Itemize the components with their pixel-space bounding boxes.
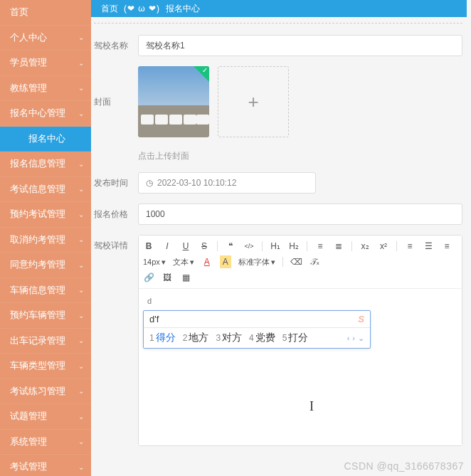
editor-body[interactable]: d d'f S 1得分2地方3对方4党费5打分 ‹ › ⌄ — [139, 289, 462, 445]
code-button[interactable]: </> — [243, 240, 255, 253]
cover-thumbnail[interactable] — [138, 66, 209, 137]
chevron-down-icon: ▾ — [162, 258, 166, 267]
sidebar-item-12[interactable]: 预约车辆管理⌄ — [0, 303, 91, 329]
sidebar-item-18[interactable]: 考试管理⌄ — [0, 455, 91, 476]
align-left-button[interactable]: ≡ — [404, 240, 416, 253]
chevron-down-icon: ⌄ — [78, 362, 84, 370]
sidebar: 首页个人中心⌄学员管理⌄教练管理⌄报名中心管理⌄报名中心报名信息管理⌄考试信息管… — [0, 0, 91, 476]
underline-button[interactable]: U — [180, 240, 191, 253]
ime-candidate[interactable]: 1得分 — [149, 332, 176, 344]
row-cover: 封面 + 点击上传封面 — [94, 66, 462, 162]
chevron-down-icon: ⌄ — [78, 438, 84, 445]
subscript-button[interactable]: x₂ — [359, 240, 371, 253]
bold-button[interactable]: B — [143, 240, 154, 253]
detail-label: 驾校详情 — [94, 235, 138, 446]
align-center-button[interactable]: ☰ — [423, 240, 434, 253]
chevron-down-icon: ⌄ — [78, 286, 84, 294]
h2-button[interactable]: H₂ — [288, 240, 300, 253]
chevron-down-icon: ⌄ — [78, 160, 84, 168]
h1-button[interactable]: H₁ — [270, 240, 281, 253]
font-color-button[interactable]: A — [201, 255, 213, 268]
sidebar-item-label: 报名中心管理 — [10, 107, 65, 120]
clearformat-button[interactable]: 𝒯ₓ — [309, 255, 321, 268]
price-label: 报名价格 — [94, 203, 138, 225]
ol-button[interactable]: ≣ — [333, 240, 344, 253]
sidebar-item-7[interactable]: 考试信息管理⌄ — [0, 177, 91, 203]
sidebar-item-17[interactable]: 系统管理⌄ — [0, 430, 91, 455]
fontsize-select[interactable]: 14px ▾ — [143, 258, 166, 267]
quote-button[interactable]: ❝ — [225, 240, 236, 253]
sidebar-item-label: 预约车辆管理 — [10, 309, 65, 322]
sidebar-item-label: 车辆类型管理 — [10, 359, 65, 372]
ime-nav[interactable]: ‹ › ⌄ — [347, 334, 364, 343]
publish-time-input[interactable]: ◷ 2022-03-10 10:10:12 — [138, 172, 316, 194]
align-right-button[interactable]: ≡ — [441, 240, 453, 253]
ime-candidate[interactable]: 5打分 — [282, 332, 309, 344]
chevron-down-icon: ⌄ — [78, 185, 84, 193]
chevron-down-icon: ⌄ — [78, 211, 84, 218]
sidebar-item-label: 预约考试管理 — [10, 208, 65, 221]
ime-prev-icon[interactable]: ‹ — [347, 334, 350, 343]
sidebar-item-label: 考试练习管理 — [10, 385, 65, 398]
sidebar-item-3[interactable]: 教练管理⌄ — [0, 76, 91, 102]
sidebar-item-14[interactable]: 车辆类型管理⌄ — [0, 354, 91, 379]
video-button[interactable]: ▦ — [180, 271, 191, 284]
row-school-name: 驾校名称 — [94, 35, 462, 56]
sidebar-item-label: 同意约考管理 — [10, 258, 65, 271]
chevron-down-icon: ⌄ — [78, 312, 84, 319]
sidebar-item-4[interactable]: 报名中心管理⌄ — [0, 101, 91, 127]
sidebar-item-6[interactable]: 报名信息管理⌄ — [0, 152, 91, 177]
sidebar-item-9[interactable]: 取消约考管理⌄ — [0, 228, 91, 253]
ime-logo-icon: S — [358, 314, 364, 324]
sidebar-item-2[interactable]: 学员管理⌄ — [0, 51, 91, 76]
row-price: 报名价格 — [94, 203, 462, 225]
ime-more-icon[interactable]: ⌄ — [358, 334, 364, 343]
ime-candidate[interactable]: 4党费 — [249, 332, 275, 344]
chevron-down-icon: ⌄ — [78, 59, 84, 67]
sidebar-item-11[interactable]: 车辆信息管理⌄ — [0, 278, 91, 304]
sidebar-item-5[interactable]: 报名中心 — [0, 127, 91, 152]
publish-time-label: 发布时间 — [94, 172, 138, 194]
eraser-button[interactable]: ⌫ — [290, 255, 302, 268]
link-button[interactable]: 🔗 — [143, 271, 154, 284]
breadcrumb-home[interactable]: 首页 — [101, 3, 118, 15]
sidebar-item-label: 教练管理 — [10, 82, 47, 95]
text-cursor-icon: I — [309, 399, 314, 414]
sidebar-item-label: 报名中心 — [28, 132, 65, 145]
strike-button[interactable]: S — [199, 240, 210, 253]
row-publish-time: 发布时间 ◷ 2022-03-10 10:10:12 — [94, 172, 462, 194]
plus-icon: + — [248, 91, 258, 113]
sidebar-item-15[interactable]: 考试练习管理⌄ — [0, 379, 91, 405]
sidebar-item-label: 首页 — [10, 6, 28, 18]
price-input[interactable] — [138, 203, 462, 225]
sidebar-item-label: 车辆信息管理 — [10, 284, 65, 297]
breadcrumb-owo-icon: (❤ ω ❤) — [124, 4, 160, 14]
superscript-button[interactable]: x² — [378, 240, 389, 253]
row-detail: 驾校详情 B I U S ❝ </> H₁ — [94, 235, 462, 446]
main-content: 首页 (❤ ω ❤) 报名中心 驾校名称 封面 + — [91, 0, 471, 476]
rich-editor: B I U S ❝ </> H₁ H₂ ≡ ≣ — [138, 235, 462, 446]
stdfont-select[interactable]: 标准字体 ▾ — [238, 257, 275, 268]
sidebar-item-1[interactable]: 个人中心⌄ — [0, 26, 91, 51]
chevron-down-icon: ⌄ — [78, 236, 84, 243]
ime-candidate[interactable]: 2地方 — [183, 332, 209, 344]
sidebar-item-label: 考试管理 — [10, 460, 47, 473]
ul-button[interactable]: ≡ — [314, 240, 326, 253]
sidebar-item-0[interactable]: 首页 — [0, 0, 91, 26]
chevron-down-icon: ⌄ — [78, 387, 84, 395]
sidebar-item-label: 系统管理 — [10, 435, 47, 448]
sidebar-item-8[interactable]: 预约考试管理⌄ — [0, 202, 91, 228]
sidebar-item-13[interactable]: 出车记录管理⌄ — [0, 329, 91, 354]
fontfamily-select[interactable]: 文本 ▾ — [173, 257, 194, 268]
upload-cover-button[interactable]: + — [218, 66, 289, 137]
sidebar-item-16[interactable]: 试题管理⌄ — [0, 404, 91, 430]
sidebar-item-10[interactable]: 同意约考管理⌄ — [0, 253, 91, 278]
chevron-down-icon: ⌄ — [78, 84, 84, 92]
italic-button[interactable]: I — [162, 240, 173, 253]
editor-content-text: d — [147, 297, 152, 305]
school-name-input[interactable] — [138, 35, 462, 56]
bg-color-button[interactable]: A — [220, 255, 231, 268]
ime-next-icon[interactable]: › — [352, 334, 355, 343]
image-button[interactable]: 🖼 — [162, 271, 173, 284]
ime-candidate[interactable]: 3对方 — [216, 332, 242, 344]
